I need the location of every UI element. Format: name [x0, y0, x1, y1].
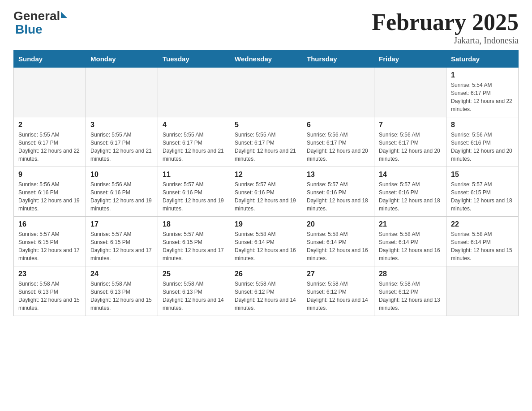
calendar-cell: 8Sunrise: 5:56 AM Sunset: 6:16 PM Daylig…	[446, 117, 519, 167]
calendar-cell: 27Sunrise: 5:58 AM Sunset: 6:12 PM Dayli…	[302, 266, 374, 316]
calendar-cell: 9Sunrise: 5:56 AM Sunset: 6:16 PM Daylig…	[14, 167, 86, 217]
day-number: 16	[18, 220, 81, 228]
calendar-cell: 12Sunrise: 5:57 AM Sunset: 6:16 PM Dayli…	[230, 167, 302, 217]
day-info: Sunrise: 5:55 AM Sunset: 6:17 PM Dayligh…	[235, 131, 297, 163]
calendar-cell: 28Sunrise: 5:58 AM Sunset: 6:12 PM Dayli…	[374, 266, 446, 316]
page-header: General Blue February 2025 Jakarta, Indo…	[13, 9, 519, 46]
header-cell-friday: Friday	[374, 51, 446, 68]
day-number: 3	[90, 121, 153, 129]
day-number: 21	[379, 220, 442, 228]
month-title: February 2025	[372, 9, 519, 35]
day-number: 1	[451, 71, 514, 79]
day-number: 15	[451, 171, 514, 179]
day-number: 7	[379, 121, 442, 129]
day-number: 17	[90, 220, 153, 228]
day-info: Sunrise: 5:57 AM Sunset: 6:16 PM Dayligh…	[379, 180, 442, 213]
day-number: 24	[90, 270, 153, 278]
calendar-cell: 4Sunrise: 5:55 AM Sunset: 6:17 PM Daylig…	[158, 117, 230, 167]
calendar-cell	[86, 68, 158, 117]
day-info: Sunrise: 5:57 AM Sunset: 6:15 PM Dayligh…	[451, 180, 514, 213]
calendar-cell: 13Sunrise: 5:57 AM Sunset: 6:16 PM Dayli…	[302, 167, 374, 217]
day-number: 9	[18, 171, 81, 179]
logo: General Blue	[13, 9, 67, 37]
day-info: Sunrise: 5:57 AM Sunset: 6:16 PM Dayligh…	[163, 180, 225, 213]
day-number: 2	[18, 121, 81, 129]
calendar-cell	[374, 68, 446, 117]
calendar-cell: 14Sunrise: 5:57 AM Sunset: 6:16 PM Dayli…	[374, 167, 446, 217]
calendar-cell: 16Sunrise: 5:57 AM Sunset: 6:15 PM Dayli…	[14, 217, 86, 266]
day-info: Sunrise: 5:58 AM Sunset: 6:14 PM Dayligh…	[451, 230, 514, 262]
day-number: 10	[90, 171, 153, 179]
calendar-cell: 3Sunrise: 5:55 AM Sunset: 6:17 PM Daylig…	[86, 117, 158, 167]
calendar-cell: 5Sunrise: 5:55 AM Sunset: 6:17 PM Daylig…	[230, 117, 302, 167]
day-info: Sunrise: 5:57 AM Sunset: 6:16 PM Dayligh…	[307, 180, 369, 213]
day-info: Sunrise: 5:57 AM Sunset: 6:15 PM Dayligh…	[163, 230, 225, 262]
day-number: 23	[18, 270, 81, 278]
header-row: SundayMondayTuesdayWednesdayThursdayFrid…	[14, 51, 519, 68]
day-number: 12	[235, 171, 297, 179]
calendar-cell: 1Sunrise: 5:54 AM Sunset: 6:17 PM Daylig…	[446, 68, 519, 117]
day-number: 8	[451, 121, 514, 129]
calendar-week-row: 16Sunrise: 5:57 AM Sunset: 6:15 PM Dayli…	[14, 217, 519, 266]
calendar-cell: 6Sunrise: 5:56 AM Sunset: 6:17 PM Daylig…	[302, 117, 374, 167]
day-info: Sunrise: 5:58 AM Sunset: 6:13 PM Dayligh…	[163, 280, 225, 312]
day-number: 26	[235, 270, 297, 278]
calendar-cell: 21Sunrise: 5:58 AM Sunset: 6:14 PM Dayli…	[374, 217, 446, 266]
day-number: 5	[235, 121, 297, 129]
day-info: Sunrise: 5:56 AM Sunset: 6:17 PM Dayligh…	[379, 131, 442, 163]
day-info: Sunrise: 5:58 AM Sunset: 6:14 PM Dayligh…	[307, 230, 369, 262]
logo-blue-text: Blue	[15, 22, 67, 37]
calendar-cell: 22Sunrise: 5:58 AM Sunset: 6:14 PM Dayli…	[446, 217, 519, 266]
calendar-header: SundayMondayTuesdayWednesdayThursdayFrid…	[14, 51, 519, 68]
calendar-week-row: 2Sunrise: 5:55 AM Sunset: 6:17 PM Daylig…	[14, 117, 519, 167]
calendar-cell: 19Sunrise: 5:58 AM Sunset: 6:14 PM Dayli…	[230, 217, 302, 266]
day-info: Sunrise: 5:56 AM Sunset: 6:17 PM Dayligh…	[307, 131, 369, 163]
calendar-cell	[446, 266, 519, 316]
day-number: 18	[163, 220, 225, 228]
calendar-week-row: 23Sunrise: 5:58 AM Sunset: 6:13 PM Dayli…	[14, 266, 519, 316]
day-info: Sunrise: 5:57 AM Sunset: 6:15 PM Dayligh…	[90, 230, 153, 262]
title-area: February 2025 Jakarta, Indonesia	[372, 9, 519, 46]
header-cell-tuesday: Tuesday	[158, 51, 230, 68]
day-info: Sunrise: 5:56 AM Sunset: 6:16 PM Dayligh…	[18, 180, 81, 213]
day-info: Sunrise: 5:54 AM Sunset: 6:17 PM Dayligh…	[451, 81, 514, 113]
day-number: 11	[163, 171, 225, 179]
day-info: Sunrise: 5:57 AM Sunset: 6:15 PM Dayligh…	[18, 230, 81, 262]
calendar-week-row: 9Sunrise: 5:56 AM Sunset: 6:16 PM Daylig…	[14, 167, 519, 217]
day-info: Sunrise: 5:58 AM Sunset: 6:13 PM Dayligh…	[18, 280, 81, 312]
day-number: 6	[307, 121, 369, 129]
day-number: 27	[307, 270, 369, 278]
calendar-cell: 20Sunrise: 5:58 AM Sunset: 6:14 PM Dayli…	[302, 217, 374, 266]
calendar-cell: 23Sunrise: 5:58 AM Sunset: 6:13 PM Dayli…	[14, 266, 86, 316]
calendar-cell: 17Sunrise: 5:57 AM Sunset: 6:15 PM Dayli…	[86, 217, 158, 266]
calendar-cell: 7Sunrise: 5:56 AM Sunset: 6:17 PM Daylig…	[374, 117, 446, 167]
calendar-cell: 10Sunrise: 5:56 AM Sunset: 6:16 PM Dayli…	[86, 167, 158, 217]
calendar-cell	[302, 68, 374, 117]
day-number: 20	[307, 220, 369, 228]
day-info: Sunrise: 5:58 AM Sunset: 6:12 PM Dayligh…	[379, 280, 442, 312]
day-number: 22	[451, 220, 514, 228]
day-info: Sunrise: 5:57 AM Sunset: 6:16 PM Dayligh…	[235, 180, 297, 213]
calendar-cell: 24Sunrise: 5:58 AM Sunset: 6:13 PM Dayli…	[86, 266, 158, 316]
day-number: 19	[235, 220, 297, 228]
calendar-cell: 26Sunrise: 5:58 AM Sunset: 6:12 PM Dayli…	[230, 266, 302, 316]
header-cell-saturday: Saturday	[446, 51, 519, 68]
calendar-cell: 11Sunrise: 5:57 AM Sunset: 6:16 PM Dayli…	[158, 167, 230, 217]
calendar-table: SundayMondayTuesdayWednesdayThursdayFrid…	[13, 50, 519, 316]
logo-arrow-icon	[61, 12, 67, 18]
calendar-cell: 18Sunrise: 5:57 AM Sunset: 6:15 PM Dayli…	[158, 217, 230, 266]
calendar-cell: 25Sunrise: 5:58 AM Sunset: 6:13 PM Dayli…	[158, 266, 230, 316]
day-info: Sunrise: 5:55 AM Sunset: 6:17 PM Dayligh…	[90, 131, 153, 163]
calendar-cell	[158, 68, 230, 117]
day-info: Sunrise: 5:58 AM Sunset: 6:14 PM Dayligh…	[379, 230, 442, 262]
calendar-cell	[14, 68, 86, 117]
calendar-cell: 15Sunrise: 5:57 AM Sunset: 6:15 PM Dayli…	[446, 167, 519, 217]
location-text: Jakarta, Indonesia	[372, 35, 519, 46]
day-info: Sunrise: 5:55 AM Sunset: 6:17 PM Dayligh…	[18, 131, 81, 163]
calendar-body: 1Sunrise: 5:54 AM Sunset: 6:17 PM Daylig…	[14, 68, 519, 316]
day-info: Sunrise: 5:56 AM Sunset: 6:16 PM Dayligh…	[90, 180, 153, 213]
day-number: 25	[163, 270, 225, 278]
day-info: Sunrise: 5:55 AM Sunset: 6:17 PM Dayligh…	[163, 131, 225, 163]
calendar-week-row: 1Sunrise: 5:54 AM Sunset: 6:17 PM Daylig…	[14, 68, 519, 117]
day-number: 4	[163, 121, 225, 129]
